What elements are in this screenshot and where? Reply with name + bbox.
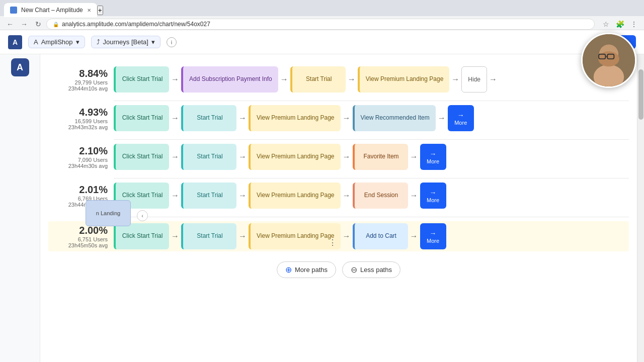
back-button[interactable]: ← (4, 18, 16, 30)
arrow: → (236, 114, 249, 123)
more-arrow-icon: → (430, 229, 437, 237)
arrow: → (236, 232, 249, 241)
paths-controls: ⊕ More paths ⊖ Less paths (48, 255, 629, 284)
user-avatar-svg (583, 33, 635, 88)
arrow: → (408, 152, 420, 161)
plus-icon: ⊕ (285, 265, 292, 275)
row-4-node-3[interactable]: View Premium Landing Page (249, 183, 341, 209)
row-2-stats: 4.93% 16,599 Users 23h43m32s avg (48, 107, 114, 130)
arrow: → (436, 114, 448, 123)
row-1-percentage: 8.84% (48, 68, 108, 79)
scrollbar[interactable] (637, 54, 644, 362)
info-button[interactable]: i (167, 37, 177, 47)
more-paths-label: More paths (295, 266, 328, 274)
arrow: → (341, 152, 353, 161)
more-arrow-icon: → (430, 150, 437, 158)
arrow: → (169, 191, 181, 200)
browser-chrome: New Chart – Amplitude ✕ + ← → ↻ 🔒 analyt… (0, 0, 644, 30)
tab-favicon (10, 7, 17, 14)
refresh-button[interactable]: ↻ (32, 18, 44, 30)
arrow: → (169, 232, 181, 241)
less-paths-button[interactable]: ⊖ Less paths (342, 261, 400, 278)
arrow: → (408, 232, 420, 241)
url-text: analytics.amplitude.com/amplidemo/chart/… (62, 21, 588, 28)
new-tab-button[interactable]: + (97, 6, 103, 15)
browser-tabs: New Chart – Amplitude ✕ + (0, 0, 644, 16)
chart-area: n Landing ‹ 8.84% 29,799 Users 23h44m10s… (40, 54, 637, 362)
row-5-node-1[interactable]: Click Start Trial (114, 223, 169, 249)
row-3-node-1[interactable]: Click Start Trial (114, 144, 169, 170)
row-2-node-3[interactable]: View Premium Landing Page (249, 105, 341, 131)
bookmark-button[interactable]: ☆ (600, 18, 612, 30)
journey-row-1: 8.84% 29,799 Users 23h44m10s avg Click S… (48, 66, 629, 93)
more-label: More (454, 120, 467, 126)
arrow: → (346, 75, 358, 84)
journey-row-5: 2.00% 6,751 Users 23h45m50s avg Click St… (48, 221, 629, 251)
sidebar: A (0, 54, 40, 362)
forward-button[interactable]: → (18, 18, 30, 30)
row-3-users: 7,090 Users (48, 157, 108, 163)
row-divider-4 (114, 217, 629, 217)
lock-icon: 🔒 (53, 22, 59, 27)
arrow: → (236, 152, 249, 161)
more-label: More (427, 197, 439, 203)
arrow: → (487, 75, 499, 84)
row-3-node-2[interactable]: Start Trial (181, 144, 236, 170)
chart-type-chevron: ▾ (151, 38, 155, 46)
row-1-node-1[interactable]: Click Start Trial (114, 66, 169, 93)
arrow: → (169, 152, 181, 161)
arrow: → (449, 75, 461, 84)
row-2-percentage: 4.93% (48, 107, 108, 118)
left-partial-node: n Landing (86, 200, 131, 226)
row-1-node-3[interactable]: Start Trial (290, 66, 346, 93)
row-5-more-button[interactable]: → More (420, 223, 446, 249)
app-container: A A AmpliShop ▾ ⤴ Journeys [Beta] ▾ i Sa… (0, 30, 644, 362)
active-tab[interactable]: New Chart – Amplitude ✕ (4, 3, 97, 17)
row-5-node-2[interactable]: Start Trial (181, 223, 236, 249)
row-1-avg: 23h44m10s avg (48, 85, 108, 92)
chevron-left-button[interactable]: ‹ (137, 210, 148, 221)
amplitude-logo: A (8, 35, 22, 49)
app-selector[interactable]: A AmpliShop ▾ (28, 36, 85, 48)
row-2-node-2[interactable]: Start Trial (181, 105, 236, 131)
chart-type-selector[interactable]: ⤴ Journeys [Beta] ▾ (91, 36, 160, 48)
row-3-more-button[interactable]: → More (420, 144, 446, 170)
address-bar[interactable]: 🔒 analytics.amplitude.com/amplidemo/char… (46, 19, 595, 30)
row-5-node-4[interactable]: Add to Cart (353, 223, 408, 249)
row-3-node-4[interactable]: Favorite Item (353, 144, 408, 170)
minus-icon: ⊖ (351, 265, 357, 275)
menu-button[interactable]: ⋮ (628, 18, 640, 30)
row-4-more-button[interactable]: → More (420, 183, 446, 209)
row-4-node-2[interactable]: Start Trial (181, 183, 236, 209)
row-1-node-2[interactable]: Add Subscription Payment Info (181, 66, 278, 93)
more-paths-button[interactable]: ⊕ More paths (277, 261, 336, 278)
arrow: → (341, 232, 353, 241)
row-1-users: 29,799 Users (48, 79, 108, 85)
tab-close-button[interactable]: ✕ (87, 8, 91, 13)
more-label: More (427, 158, 439, 164)
row-3-node-3[interactable]: View Premium Landing Page (249, 144, 341, 170)
row-1-hide-button[interactable]: Hide (461, 66, 487, 93)
user-camera (581, 33, 636, 88)
less-paths-label: Less paths (360, 266, 392, 274)
chart-type-label: Journeys [Beta] (103, 38, 148, 46)
arrow: → (408, 191, 420, 200)
app-selector-chevron: ▾ (76, 38, 79, 46)
arrow: → (278, 75, 290, 84)
row-2-node-4[interactable]: View Recommended Item (353, 105, 436, 131)
row-1-node-4[interactable]: View Premium Landing Page (358, 66, 450, 93)
scroll-thumb[interactable] (638, 69, 643, 120)
row-2-users: 16,599 Users (48, 118, 108, 124)
extensions-button[interactable]: 🧩 (614, 18, 626, 30)
row-2-more-button[interactable]: → More (448, 105, 474, 131)
row-divider-1 (114, 101, 629, 101)
more-label: More (427, 238, 439, 244)
arrow: → (169, 114, 181, 123)
row-3-avg: 23h44m30s avg (48, 163, 108, 169)
row-4-node-4[interactable]: End Session (353, 183, 408, 209)
chart-icon: ⤴ (97, 38, 100, 46)
app-icon: A (34, 38, 38, 46)
partial-node-label: n Landing (86, 200, 131, 226)
three-dot-menu[interactable]: ⋮ (327, 237, 339, 248)
row-2-node-1[interactable]: Click Start Trial (114, 105, 169, 131)
